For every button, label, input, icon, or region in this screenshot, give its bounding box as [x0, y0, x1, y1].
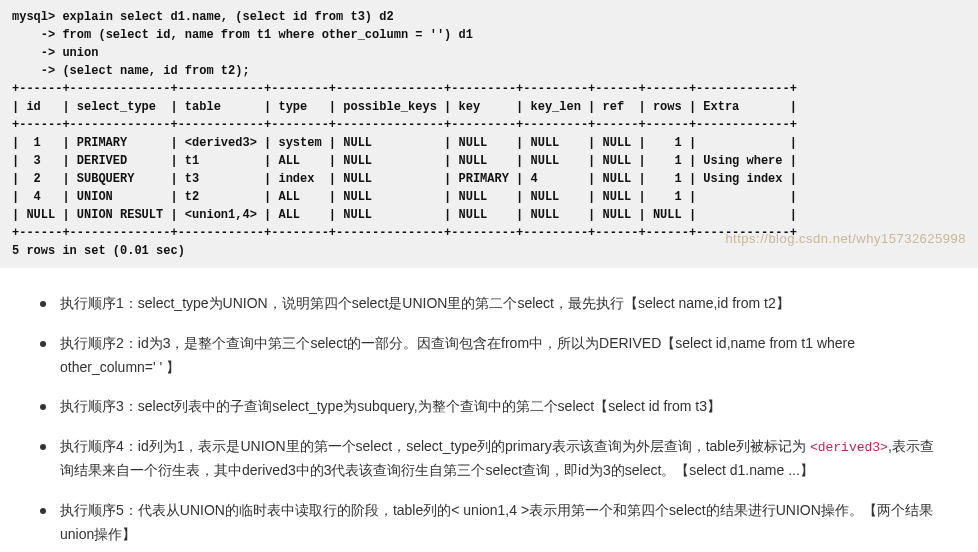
bullet-text-2: 执行顺序2：id为3，是整个查询中第三个select的一部分。因查询包含在fro… [60, 332, 938, 380]
table-border-top: +------+--------------+------------+----… [12, 82, 797, 96]
table-border-mid: +------+--------------+------------+----… [12, 118, 797, 132]
list-item: 执行顺序3：select列表中的子查询select_type为subquery,… [40, 395, 938, 419]
bullet-4-pre: 执行顺序4：id列为1，表示是UNION里的第一个select，select_t… [60, 438, 806, 454]
bullet-icon [40, 444, 46, 450]
explanation-list: 执行顺序1：select_type为UNION，说明第四个select是UNIO… [0, 292, 978, 552]
sql-cont-1: -> [12, 28, 62, 42]
table-row-1: | 1 | PRIMARY | <derived3> | system | NU… [12, 136, 797, 150]
bullet-icon [40, 404, 46, 410]
list-item: 执行顺序2：id为3，是整个查询中第三个select的一部分。因查询包含在fro… [40, 332, 938, 380]
table-row-5: | NULL | UNION RESULT | <union1,4> | ALL… [12, 208, 797, 222]
bullet-text-3: 执行顺序3：select列表中的子查询select_type为subquery,… [60, 395, 938, 419]
sql-cont-3: -> [12, 64, 62, 78]
list-item: 执行顺序1：select_type为UNION，说明第四个select是UNIO… [40, 292, 938, 316]
bullet-text-1: 执行顺序1：select_type为UNION，说明第四个select是UNIO… [60, 292, 938, 316]
sql-line-2: from (select id, name from t1 where othe… [62, 28, 472, 42]
list-item: 执行顺序4：id列为1，表示是UNION里的第一个select，select_t… [40, 435, 938, 483]
sql-line-3: union [62, 46, 98, 60]
table-border-bottom: +------+--------------+------------+----… [12, 226, 797, 240]
sql-explain-block: mysql> explain select d1.name, (select i… [0, 0, 978, 268]
bullet-icon [40, 301, 46, 307]
sql-line-1: explain select d1.name, (select id from … [62, 10, 393, 24]
watermark-text: https://blog.csdn.net/why15732625998 [725, 229, 966, 249]
sql-cont-2: -> [12, 46, 62, 60]
table-row-4: | 4 | UNION | t2 | ALL | NULL | NULL | N… [12, 190, 797, 204]
inline-code-derived: <derived3> [810, 440, 888, 455]
sql-prompt: mysql> [12, 10, 62, 24]
list-item: 执行顺序5：代表从UNION的临时表中读取行的阶段，table列的< union… [40, 499, 938, 547]
bullet-text-4: 执行顺序4：id列为1，表示是UNION里的第一个select，select_t… [60, 435, 938, 483]
sql-line-4: (select name, id from t2); [62, 64, 249, 78]
table-row-3: | 2 | SUBQUERY | t3 | index | NULL | PRI… [12, 172, 797, 186]
bullet-icon [40, 508, 46, 514]
table-header: | id | select_type | table | type | poss… [12, 100, 797, 114]
table-row-2: | 3 | DERIVED | t1 | ALL | NULL | NULL |… [12, 154, 797, 168]
result-footer: 5 rows in set (0.01 sec) [12, 244, 185, 258]
bullet-text-5: 执行顺序5：代表从UNION的临时表中读取行的阶段，table列的< union… [60, 499, 938, 547]
bullet-icon [40, 341, 46, 347]
